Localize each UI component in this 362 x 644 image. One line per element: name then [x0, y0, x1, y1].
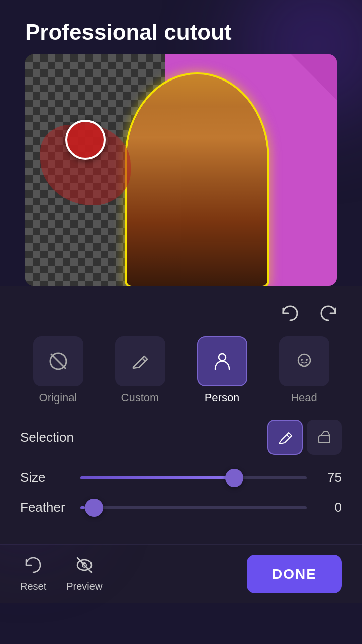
feather-slider-thumb[interactable]	[85, 499, 103, 517]
bottom-bar: Reset Preview DONE	[0, 544, 362, 603]
reset-label: Reset	[20, 581, 46, 592]
head-tab-label: Head	[291, 391, 317, 405]
mode-tab-head[interactable]: Head	[266, 336, 342, 405]
preview-label: Preview	[66, 581, 102, 592]
mode-tab-custom[interactable]: Custom	[102, 336, 178, 405]
undo-button[interactable]	[277, 301, 302, 326]
draw-tool-button[interactable]	[267, 420, 303, 455]
head-icon-bg	[279, 336, 329, 386]
feather-label: Feather	[20, 500, 70, 515]
undo-redo-row	[20, 296, 342, 336]
erase-tool-button[interactable]	[307, 420, 342, 455]
mode-tabs: Original Custom Person	[20, 336, 342, 405]
feather-value: 0	[317, 500, 342, 515]
reset-icon	[24, 556, 42, 578]
page-title: Professional cutout	[0, 0, 362, 54]
redo-button[interactable]	[317, 301, 342, 326]
size-slider-thumb[interactable]	[225, 469, 243, 487]
person-figure	[117, 64, 278, 286]
feather-slider-track[interactable]	[80, 506, 307, 509]
svg-point-3	[219, 354, 226, 361]
selection-row: Selection	[20, 420, 342, 455]
feather-slider-row: Feather 0	[20, 500, 342, 515]
custom-tab-label: Custom	[121, 391, 159, 405]
svg-point-6	[306, 359, 308, 361]
svg-line-2	[142, 358, 145, 361]
preview-button[interactable]: Preview	[66, 556, 102, 592]
selection-label: Selection	[20, 430, 74, 445]
size-slider-fill	[80, 476, 234, 479]
done-button[interactable]: DONE	[247, 555, 342, 593]
size-value: 75	[317, 470, 342, 486]
person-tab-label: Person	[205, 391, 240, 405]
custom-icon-bg	[115, 336, 165, 386]
size-slider-row: Size 75	[20, 470, 342, 486]
person-icon-bg	[197, 336, 247, 386]
svg-rect-8	[319, 436, 330, 443]
original-tab-label: Original	[39, 391, 77, 405]
brush-cursor	[65, 120, 106, 160]
reset-button[interactable]: Reset	[20, 556, 46, 592]
person-glow	[127, 74, 267, 286]
size-slider-track[interactable]	[80, 476, 307, 479]
svg-point-4	[298, 354, 310, 366]
svg-point-5	[301, 359, 303, 361]
feather-slider-fill	[80, 506, 85, 509]
svg-line-7	[287, 435, 290, 438]
preview-icon	[75, 556, 94, 578]
canvas-area[interactable]	[25, 54, 337, 286]
svg-line-1	[51, 354, 65, 368]
original-icon-bg	[33, 336, 83, 386]
mode-tab-person[interactable]: Person	[184, 336, 260, 405]
size-label: Size	[20, 470, 70, 486]
selection-tools	[267, 420, 342, 455]
controls-area: Original Custom Person	[0, 286, 362, 544]
mode-tab-original[interactable]: Original	[20, 336, 96, 405]
